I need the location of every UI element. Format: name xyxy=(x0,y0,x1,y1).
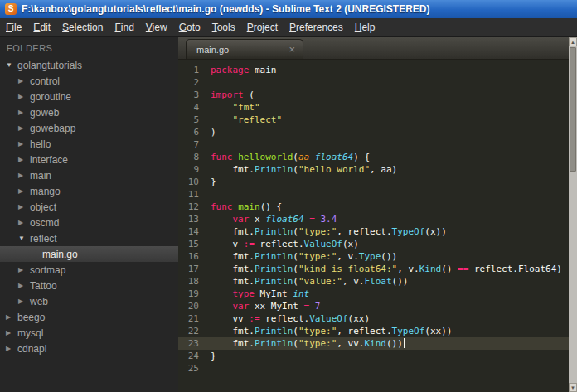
line-number: 23 xyxy=(178,337,206,350)
code-line-1[interactable]: 1package main xyxy=(178,64,569,76)
chevron-right-icon[interactable]: ▶ xyxy=(17,187,30,195)
tree-item-hello[interactable]: ▶hello xyxy=(0,136,178,152)
chevron-right-icon[interactable]: ▶ xyxy=(17,219,30,226)
code-line-23[interactable]: 23 fmt.Println("type:", vv.Kind()) xyxy=(178,337,569,350)
chevron-right-icon[interactable]: ▶ xyxy=(5,313,17,321)
code-editor[interactable]: 1package main23import (4 "fmt"5 "reflect… xyxy=(178,60,569,392)
code-line-7[interactable]: 7 xyxy=(178,138,569,151)
menu-edit[interactable]: Edit xyxy=(27,18,56,36)
window-title: F:\kanbox\golangtutorials\reflect\main.g… xyxy=(22,3,430,15)
code-line-10[interactable]: 10} xyxy=(178,176,569,188)
tree-item-label: oscmd xyxy=(30,217,59,229)
scrollbar-track[interactable] xyxy=(569,172,577,383)
chevron-right-icon[interactable]: ▶ xyxy=(5,329,17,336)
vertical-scrollbar[interactable]: ▲ ▼ xyxy=(569,37,577,392)
line-number: 8 xyxy=(178,151,206,163)
line-number: 16 xyxy=(178,250,206,263)
chevron-right-icon[interactable]: ▶ xyxy=(17,282,30,289)
tree-item-main.go[interactable]: main.go xyxy=(0,246,178,262)
code-line-12[interactable]: 12func main() { xyxy=(178,201,569,213)
chevron-down-icon[interactable]: ▼ xyxy=(5,61,17,69)
chevron-right-icon[interactable]: ▶ xyxy=(17,77,30,85)
code-line-19[interactable]: 19 type MyInt int xyxy=(178,288,569,300)
chevron-right-icon[interactable]: ▶ xyxy=(17,109,30,116)
code-line-text: fmt.Println("kind is float64:", v.Kind()… xyxy=(206,263,562,275)
code-line-18[interactable]: 18 fmt.Println("value:", v.Float()) xyxy=(178,275,569,288)
tree-item-sortmap[interactable]: ▶sortmap xyxy=(0,262,178,278)
tree-item-object[interactable]: ▶object xyxy=(0,199,178,215)
code-line-text xyxy=(206,188,211,201)
tree-item-main[interactable]: ▶main xyxy=(0,167,178,183)
chevron-down-icon[interactable]: ▼ xyxy=(17,235,30,242)
tree-item-oscmd[interactable]: ▶oscmd xyxy=(0,215,178,230)
tree-item-reflect[interactable]: ▼reflect xyxy=(0,230,178,246)
code-line-16[interactable]: 16 fmt.Println("type:", v.Type()) xyxy=(178,250,569,263)
code-line-text: "fmt" xyxy=(206,101,260,114)
code-line-4[interactable]: 4 "fmt" xyxy=(178,101,569,114)
code-line-text: "reflect" xyxy=(206,114,282,126)
menu-preferences[interactable]: Preferences xyxy=(284,18,349,36)
code-line-20[interactable]: 20 var xx MyInt = 7 xyxy=(178,300,569,312)
code-line-2[interactable]: 2 xyxy=(178,76,569,89)
tree-item-goweb[interactable]: ▶goweb xyxy=(0,104,178,120)
tree-item-control[interactable]: ▶control xyxy=(0,73,178,89)
tab-main.go[interactable]: main.go× xyxy=(186,39,303,59)
line-number: 13 xyxy=(178,213,206,225)
scroll-up-arrow-icon[interactable]: ▲ xyxy=(569,37,577,46)
main-area: FOLDERS ▼golangtutorials▶control▶gorouti… xyxy=(0,37,577,392)
chevron-right-icon[interactable]: ▶ xyxy=(17,203,30,211)
code-line-21[interactable]: 21 vv := reflect.ValueOf(xx) xyxy=(178,312,569,325)
chevron-right-icon[interactable]: ▶ xyxy=(5,345,17,352)
menu-project[interactable]: Project xyxy=(241,18,284,36)
code-line-5[interactable]: 5 "reflect" xyxy=(178,114,569,126)
menu-tools[interactable]: Tools xyxy=(206,18,241,36)
chevron-right-icon[interactable]: ▶ xyxy=(17,298,30,305)
chevron-right-icon[interactable]: ▶ xyxy=(17,156,30,163)
chevron-right-icon[interactable]: ▶ xyxy=(17,172,30,179)
chevron-right-icon[interactable]: ▶ xyxy=(17,124,30,132)
code-line-13[interactable]: 13 var x float64 = 3.4 xyxy=(178,213,569,225)
chevron-right-icon[interactable]: ▶ xyxy=(17,266,30,273)
tree-item-web[interactable]: ▶web xyxy=(0,293,178,309)
tree-item-mango[interactable]: ▶mango xyxy=(0,183,178,199)
tree-item-golangtutorials[interactable]: ▼golangtutorials xyxy=(0,57,178,73)
code-line-22[interactable]: 22 fmt.Println("type:", reflect.TypeOf(x… xyxy=(178,325,569,337)
menu-help[interactable]: Help xyxy=(349,18,381,36)
code-line-text: fmt.Println("type:", v.Type()) xyxy=(206,250,397,263)
tree-item-goroutine[interactable]: ▶goroutine xyxy=(0,89,178,104)
menu-view[interactable]: View xyxy=(140,18,173,36)
code-line-6[interactable]: 6) xyxy=(178,126,569,138)
code-line-15[interactable]: 15 v := reflect.ValueOf(x) xyxy=(178,238,569,250)
code-line-8[interactable]: 8func helloworld(aa float64) { xyxy=(178,151,569,163)
chevron-right-icon[interactable]: ▶ xyxy=(17,140,30,148)
code-line-11[interactable]: 11 xyxy=(178,188,569,201)
tree-item-gowebapp[interactable]: ▶gowebapp xyxy=(0,120,178,136)
code-line-text: type MyInt int xyxy=(206,288,309,300)
tree-item-cdnapi[interactable]: ▶cdnapi xyxy=(0,341,178,356)
line-number: 19 xyxy=(178,288,206,300)
menu-selection[interactable]: Selection xyxy=(56,18,109,36)
code-line-9[interactable]: 9 fmt.Println("hello world", aa) xyxy=(178,163,569,176)
code-line-24[interactable]: 24} xyxy=(178,350,569,362)
code-line-14[interactable]: 14 fmt.Println("type:", reflect.TypeOf(x… xyxy=(178,225,569,238)
tree-item-beego[interactable]: ▶beego xyxy=(0,309,178,325)
code-line-25[interactable]: 25 xyxy=(178,362,569,375)
title-bar[interactable]: S F:\kanbox\golangtutorials\reflect\main… xyxy=(0,0,577,18)
tree-item-mysql[interactable]: ▶mysql xyxy=(0,325,178,341)
code-line-3[interactable]: 3import ( xyxy=(178,89,569,101)
code-line-text: func helloworld(aa float64) { xyxy=(206,151,370,163)
code-line-text xyxy=(206,76,211,89)
line-number: 3 xyxy=(178,89,206,101)
tab-close-icon[interactable]: × xyxy=(288,44,295,55)
scrollbar-thumb[interactable] xyxy=(570,47,576,172)
tree-item-Tattoo[interactable]: ▶Tattoo xyxy=(0,278,178,293)
menu-goto[interactable]: Goto xyxy=(173,18,206,36)
chevron-right-icon[interactable]: ▶ xyxy=(17,93,30,100)
tree-item-label: cdnapi xyxy=(17,343,46,355)
menu-file[interactable]: File xyxy=(0,18,27,36)
tree-item-interface[interactable]: ▶interface xyxy=(0,152,178,167)
code-line-17[interactable]: 17 fmt.Println("kind is float64:", v.Kin… xyxy=(178,263,569,275)
line-number: 9 xyxy=(178,163,206,176)
scroll-down-arrow-icon[interactable]: ▼ xyxy=(569,383,577,392)
menu-find[interactable]: Find xyxy=(109,18,139,36)
